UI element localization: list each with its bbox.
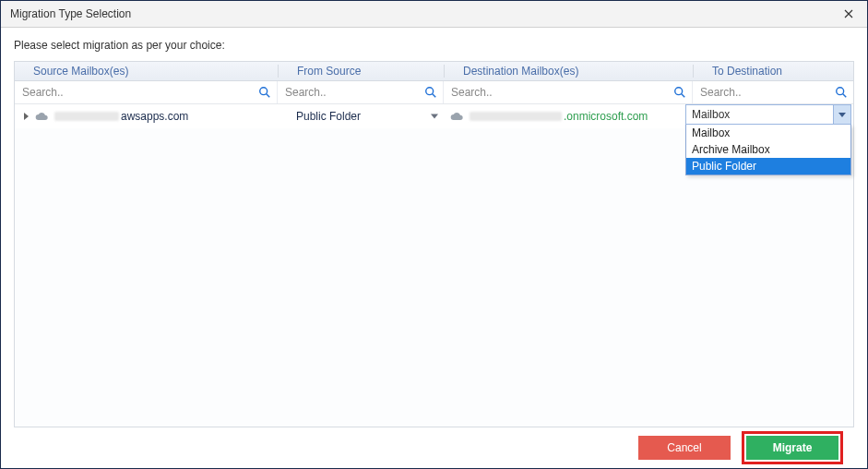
cloud-icon (34, 111, 49, 122)
cancel-button[interactable]: Cancel (638, 436, 731, 460)
to-destination-combo: Mailbox Mailbox Archive Mailbox Public F… (685, 104, 851, 175)
chevron-down-icon (431, 114, 438, 119)
close-icon (844, 9, 853, 18)
search-from-source-cell (278, 81, 444, 103)
window-title: Migration Type Selection (10, 7, 131, 20)
to-destination-select[interactable]: Mailbox (685, 104, 851, 125)
search-destination-mailboxes-cell (444, 81, 693, 103)
expand-icon[interactable] (24, 113, 29, 120)
header-source-mailboxes[interactable]: Source Mailbox(es) (15, 65, 278, 78)
close-button[interactable] (836, 4, 862, 24)
redacted-text (54, 112, 119, 121)
from-source-value: Public Folder (283, 110, 361, 123)
to-destination-selected: Mailbox (692, 108, 730, 121)
migrate-highlight: Migrate (742, 431, 843, 464)
combo-option-public-folder[interactable]: Public Folder (686, 158, 850, 174)
to-destination-cell: Mailbox Mailbox Archive Mailbox Public F… (693, 104, 853, 128)
search-destination-mailboxes[interactable] (444, 81, 692, 103)
from-source-cell[interactable]: Public Folder (278, 104, 444, 128)
source-mailbox-cell[interactable]: awsapps.com (15, 104, 278, 128)
combo-dropdown-button[interactable] (833, 105, 850, 124)
content-area: Please select migration as per your choi… (1, 28, 867, 468)
search-to-destination[interactable] (693, 81, 853, 103)
destination-domain: .onmicrosoft.com (564, 110, 648, 123)
instruction-text: Please select migration as per your choi… (14, 39, 854, 52)
search-source-mailboxes-cell (15, 81, 278, 103)
combo-option-archive-mailbox[interactable]: Archive Mailbox (686, 141, 850, 158)
migration-type-selection-dialog: Migration Type Selection Please select m… (0, 0, 868, 469)
header-to-destination[interactable]: To Destination (693, 65, 853, 78)
redacted-text (470, 112, 562, 121)
search-to-destination-cell (693, 81, 853, 103)
chevron-down-icon (838, 113, 846, 117)
grid-search-row (15, 81, 853, 104)
source-domain: awsapps.com (121, 110, 188, 123)
grid-header: Source Mailbox(es) From Source Destinati… (15, 62, 853, 81)
mapping-row: awsapps.com Public Folder .onmicrosoft.c… (15, 104, 853, 128)
search-from-source[interactable] (278, 81, 443, 103)
destination-mailbox-cell[interactable]: .onmicrosoft.com (444, 104, 693, 128)
cloud-icon (449, 111, 464, 122)
dialog-footer: Cancel Migrate (14, 427, 854, 468)
migrate-button[interactable]: Migrate (746, 436, 838, 460)
search-source-mailboxes[interactable] (15, 81, 277, 103)
header-from-source[interactable]: From Source (278, 65, 444, 78)
header-destination-mailboxes[interactable]: Destination Mailbox(es) (444, 65, 693, 78)
combo-option-mailbox[interactable]: Mailbox (686, 125, 850, 141)
mapping-grid: Source Mailbox(es) From Source Destinati… (14, 61, 854, 427)
to-destination-options: Mailbox Archive Mailbox Public Folder (685, 125, 851, 175)
titlebar: Migration Type Selection (1, 1, 867, 28)
